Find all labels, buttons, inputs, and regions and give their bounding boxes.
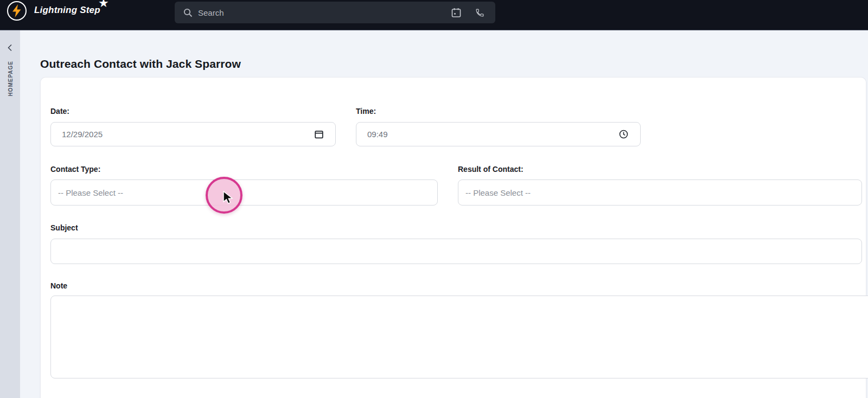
result-of-contact-value: -- Please Select --: [465, 188, 854, 197]
time-label: Time:: [356, 107, 376, 115]
time-picker-icon[interactable]: [619, 130, 628, 139]
subject-input[interactable]: [50, 239, 862, 264]
contact-type-value: -- Please Select --: [58, 188, 430, 197]
time-input[interactable]: 09:49: [356, 122, 641, 146]
contact-type-label: Contact Type:: [50, 165, 100, 174]
phone-icon[interactable]: [475, 8, 484, 17]
search-icon: [183, 8, 193, 17]
page-title: Outreach Contact with Jack Sparrow: [40, 57, 241, 70]
note-label: Note: [50, 281, 67, 290]
contact-type-select[interactable]: -- Please Select --: [50, 179, 438, 206]
global-search[interactable]: [175, 2, 495, 23]
top-navbar: Lightning Step ★: [0, 0, 868, 30]
favorite-star-icon[interactable]: ★: [98, 0, 109, 10]
sidebar-collapse-button[interactable]: [5, 43, 14, 52]
outreach-contact-form: Date: 12/29/2025 Time: 09:49 Contact Typ…: [40, 77, 866, 398]
subject-label: Subject: [50, 223, 78, 232]
result-of-contact-label: Result of Contact:: [458, 165, 524, 174]
mouse-cursor-icon: [222, 191, 234, 207]
search-input[interactable]: [198, 8, 437, 17]
left-sidebar: HOMEPAGE: [0, 30, 20, 398]
result-of-contact-select[interactable]: -- Please Select --: [458, 179, 862, 206]
time-value: 09:49: [367, 130, 619, 139]
lightning-step-logo[interactable]: [7, 1, 27, 21]
brand-title: Lightning Step: [34, 5, 100, 16]
main-content: Outreach Contact with Jack Sparrow Date:…: [20, 30, 868, 398]
note-textarea[interactable]: [50, 296, 868, 378]
date-value: 12/29/2025: [62, 130, 315, 139]
date-label: Date:: [50, 107, 69, 115]
date-picker-icon[interactable]: [315, 130, 323, 139]
lightning-bolt-icon: [11, 4, 22, 17]
calendar-icon[interactable]: [451, 8, 461, 18]
sidebar-item-homepage[interactable]: HOMEPAGE: [7, 61, 13, 97]
date-input[interactable]: 12/29/2025: [50, 122, 336, 146]
